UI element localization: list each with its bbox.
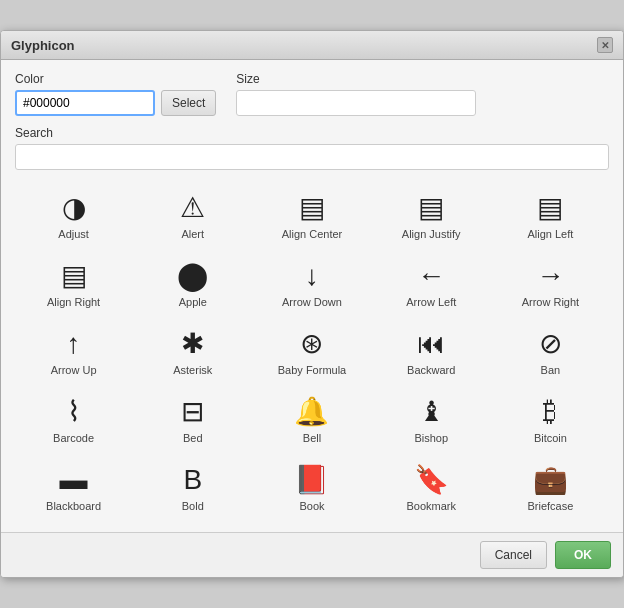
icon-cell-baby-formula[interactable]: ⊛Baby Formula: [253, 318, 370, 384]
arrow-left-label: Arrow Left: [406, 296, 456, 308]
icon-cell-adjust[interactable]: ◑Adjust: [15, 182, 132, 248]
align-left-label: Align Left: [527, 228, 573, 240]
align-center-icon: ▤: [299, 194, 325, 222]
search-group: Search: [15, 126, 609, 170]
dialog-title: Glyphicon: [11, 38, 75, 53]
backward-label: Backward: [407, 364, 455, 376]
close-button[interactable]: ✕: [597, 37, 613, 53]
book-label: Book: [299, 500, 324, 512]
book-icon: 📕: [294, 466, 329, 494]
icon-cell-align-justify[interactable]: ▤Align Justify: [373, 182, 490, 248]
bed-label: Bed: [183, 432, 203, 444]
baby-formula-label: Baby Formula: [278, 364, 346, 376]
icon-cell-asterisk[interactable]: ✱Asterisk: [134, 318, 251, 384]
bitcoin-label: Bitcoin: [534, 432, 567, 444]
icon-cell-bed[interactable]: ⊟Bed: [134, 386, 251, 452]
alert-icon: ⚠: [180, 194, 205, 222]
backward-icon: ⏮: [417, 330, 445, 358]
briefcase-label: Briefcase: [527, 500, 573, 512]
ban-label: Ban: [541, 364, 561, 376]
ok-button[interactable]: OK: [555, 541, 611, 569]
color-label: Color: [15, 72, 216, 86]
apple-label: Apple: [179, 296, 207, 308]
icon-cell-bell[interactable]: 🔔Bell: [253, 386, 370, 452]
icon-cell-arrow-left[interactable]: ←Arrow Left: [373, 250, 490, 316]
size-input[interactable]: [236, 90, 476, 116]
icon-cell-arrow-down[interactable]: ↓Arrow Down: [253, 250, 370, 316]
bold-icon: B: [183, 466, 202, 494]
titlebar: Glyphicon ✕: [1, 31, 623, 60]
bold-label: Bold: [182, 500, 204, 512]
icon-cell-alert[interactable]: ⚠Alert: [134, 182, 251, 248]
icon-cell-arrow-right[interactable]: →Arrow Right: [492, 250, 609, 316]
dialog: Glyphicon ✕ Color Select Size Search ◑Ad…: [0, 30, 624, 578]
apple-icon: ⬤: [177, 262, 208, 290]
color-form-group: Color Select: [15, 72, 216, 116]
align-justify-icon: ▤: [418, 194, 444, 222]
select-button[interactable]: Select: [161, 90, 216, 116]
align-justify-label: Align Justify: [402, 228, 461, 240]
icon-cell-align-center[interactable]: ▤Align Center: [253, 182, 370, 248]
icon-cell-align-right[interactable]: ▤Align Right: [15, 250, 132, 316]
align-right-icon: ▤: [61, 262, 87, 290]
icon-cell-barcode[interactable]: ⌇Barcode: [15, 386, 132, 452]
icon-cell-briefcase[interactable]: 💼Briefcase: [492, 454, 609, 520]
icon-cell-bishop[interactable]: ♝Bishop: [373, 386, 490, 452]
icons-grid: ◑Adjust⚠Alert▤Align Center▤Align Justify…: [15, 182, 609, 520]
arrow-down-icon: ↓: [305, 262, 319, 290]
bed-icon: ⊟: [181, 398, 204, 426]
align-center-label: Align Center: [282, 228, 343, 240]
bookmark-label: Bookmark: [406, 500, 456, 512]
barcode-icon: ⌇: [67, 398, 81, 426]
icon-cell-apple[interactable]: ⬤Apple: [134, 250, 251, 316]
footer: Cancel OK: [1, 532, 623, 577]
content-area: Color Select Size Search ◑Adjust⚠Alert▤A…: [1, 60, 623, 532]
arrow-left-icon: ←: [417, 262, 445, 290]
align-left-icon: ▤: [537, 194, 563, 222]
adjust-icon: ◑: [62, 194, 86, 222]
blackboard-icon: ▬: [60, 466, 88, 494]
arrow-right-label: Arrow Right: [522, 296, 579, 308]
icon-cell-arrow-up[interactable]: ↑Arrow Up: [15, 318, 132, 384]
bell-label: Bell: [303, 432, 321, 444]
align-right-label: Align Right: [47, 296, 100, 308]
icon-cell-blackboard[interactable]: ▬Blackboard: [15, 454, 132, 520]
icon-cell-book[interactable]: 📕Book: [253, 454, 370, 520]
icon-cell-bold[interactable]: BBold: [134, 454, 251, 520]
arrow-up-label: Arrow Up: [51, 364, 97, 376]
asterisk-label: Asterisk: [173, 364, 212, 376]
search-label: Search: [15, 126, 609, 140]
bishop-label: Bishop: [414, 432, 448, 444]
bell-icon: 🔔: [294, 398, 329, 426]
asterisk-icon: ✱: [181, 330, 204, 358]
bitcoin-icon: ₿: [543, 398, 557, 426]
cancel-button[interactable]: Cancel: [480, 541, 547, 569]
color-group: Select: [15, 90, 216, 116]
form-row-top: Color Select Size: [15, 72, 609, 116]
baby-formula-icon: ⊛: [300, 330, 323, 358]
bookmark-icon: 🔖: [414, 466, 449, 494]
arrow-up-icon: ↑: [67, 330, 81, 358]
barcode-label: Barcode: [53, 432, 94, 444]
search-input[interactable]: [15, 144, 609, 170]
ban-icon: ⊘: [539, 330, 562, 358]
briefcase-icon: 💼: [533, 466, 568, 494]
icon-cell-backward[interactable]: ⏮Backward: [373, 318, 490, 384]
arrow-right-icon: →: [536, 262, 564, 290]
alert-label: Alert: [181, 228, 204, 240]
bishop-icon: ♝: [419, 398, 444, 426]
icon-cell-bookmark[interactable]: 🔖Bookmark: [373, 454, 490, 520]
size-label: Size: [236, 72, 476, 86]
color-input[interactable]: [15, 90, 155, 116]
icon-cell-bitcoin[interactable]: ₿Bitcoin: [492, 386, 609, 452]
blackboard-label: Blackboard: [46, 500, 101, 512]
adjust-label: Adjust: [58, 228, 89, 240]
icon-cell-align-left[interactable]: ▤Align Left: [492, 182, 609, 248]
icon-cell-ban[interactable]: ⊘Ban: [492, 318, 609, 384]
arrow-down-label: Arrow Down: [282, 296, 342, 308]
size-form-group: Size: [236, 72, 476, 116]
